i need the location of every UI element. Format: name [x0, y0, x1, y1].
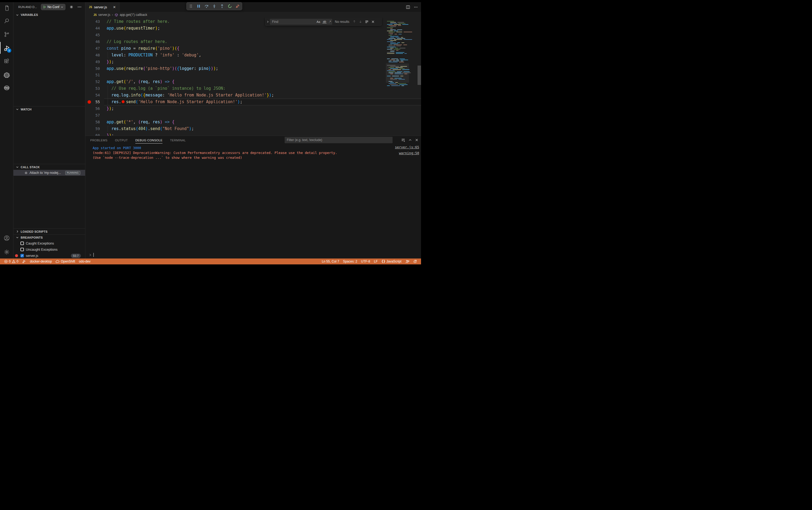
line-number[interactable]: 43 — [85, 18, 100, 25]
start-debug-icon[interactable] — [43, 5, 46, 8]
code-editor[interactable]: 43// Time routes after here.44app.use(re… — [85, 18, 421, 136]
section-loaded-scripts[interactable]: LOADED SCRIPTS — [13, 228, 85, 234]
docker-context-status[interactable]: docker-desktop — [28, 260, 54, 263]
line-number[interactable]: 46 — [85, 38, 100, 45]
close-panel-icon[interactable] — [415, 138, 418, 142]
checkbox-checked[interactable]: ✓ — [21, 254, 24, 257]
source-link[interactable]: server.js:65 — [395, 145, 419, 149]
find-in-selection-icon[interactable] — [365, 20, 369, 24]
eol-status[interactable]: LF — [372, 260, 380, 263]
breadcrumb-symbol[interactable]: app.get('/') callback — [120, 13, 147, 17]
find-expand-chevron-icon[interactable] — [266, 18, 270, 26]
disconnect-icon[interactable] — [235, 3, 240, 9]
match-case-icon[interactable]: Aa — [316, 20, 320, 23]
section-variables[interactable]: VARIABLES — [13, 12, 85, 18]
tab-close-icon[interactable]: ✕ — [112, 4, 117, 10]
line-number[interactable]: 54 — [85, 92, 100, 98]
next-match-icon[interactable] — [359, 20, 362, 23]
indentation-status[interactable]: Spaces: 2 — [341, 260, 359, 263]
line-number[interactable]: 60 — [85, 132, 100, 136]
section-watch[interactable]: WATCH — [13, 106, 85, 112]
section-title: CALL STACK — [21, 166, 40, 169]
language-mode-status[interactable]: {} JavaScript — [380, 260, 403, 263]
toolbar-drag-grip[interactable] — [188, 3, 193, 9]
inline-breakpoint-dot[interactable] — [122, 100, 125, 103]
notifications-status[interactable] — [411, 260, 419, 263]
line-number[interactable]: 58 — [85, 119, 100, 125]
debug-settings-gear-icon[interactable] — [69, 5, 73, 9]
line-number[interactable]: 49 — [85, 59, 100, 65]
step-over-icon[interactable] — [204, 3, 209, 9]
tab-debug-console[interactable]: DEBUG CONSOLE — [136, 137, 162, 143]
line-number[interactable]: 51 — [85, 72, 100, 79]
source-control-icon[interactable] — [0, 28, 13, 40]
line-number[interactable]: 44 — [85, 25, 100, 32]
error-count: 0 — [9, 260, 11, 263]
line-number[interactable]: 45 — [85, 32, 100, 38]
breakpoint-caught-exceptions[interactable]: Caught Exceptions — [13, 240, 85, 247]
minimap[interactable] — [386, 18, 409, 136]
regex-icon[interactable]: .* — [329, 20, 331, 23]
line-number[interactable]: 56 — [85, 105, 100, 112]
find-input[interactable]: Find Aa ab .* — [270, 19, 332, 25]
section-call-stack[interactable]: CALL STACK — [13, 164, 85, 170]
bottom-panel: PROBLEMS OUTPUT DEBUG CONSOLE TERMINAL F… — [85, 136, 421, 258]
line-number[interactable]: 50 — [85, 65, 100, 72]
run-debug-icon[interactable] — [0, 42, 13, 54]
debug-session-status[interactable] — [20, 260, 28, 263]
restart-icon[interactable] — [227, 3, 233, 9]
call-stack-session-row[interactable]: Attach to 'my-nodej... RUNNING — [13, 170, 85, 176]
scrollbar-thumb[interactable] — [418, 65, 421, 85]
line-number[interactable]: 57 — [85, 112, 100, 119]
tab-terminal[interactable]: TERMINAL — [170, 137, 186, 143]
more-actions-icon[interactable] — [414, 5, 418, 9]
checkbox-unchecked[interactable] — [21, 242, 24, 245]
split-editor-icon[interactable] — [406, 5, 410, 9]
breakpoint-server-js[interactable]: ✓ server.js 55:7 — [13, 253, 85, 258]
braces-icon: {} — [382, 260, 385, 263]
line-number[interactable]: 53 — [85, 85, 100, 92]
code-line-57: 57 — [85, 112, 421, 119]
line-number[interactable]: 47 — [85, 45, 100, 52]
checkbox-unchecked[interactable] — [21, 248, 24, 251]
views-more-actions-icon[interactable] — [77, 5, 82, 9]
whole-word-icon[interactable]: ab — [323, 20, 326, 23]
step-out-icon[interactable] — [219, 3, 225, 9]
odo-status[interactable]: odo-dev — [77, 260, 92, 263]
tab-problems[interactable]: PROBLEMS — [90, 137, 108, 143]
tab-server-js[interactable]: JS server.js ✕ — [85, 2, 119, 12]
cursor-position-status[interactable]: Ln 55, Col 7 — [320, 260, 341, 263]
launch-config-dropdown[interactable]: No Conf — [41, 4, 65, 10]
feedback-status[interactable] — [403, 260, 411, 263]
line-number[interactable]: 52 — [85, 79, 100, 85]
tab-output[interactable]: OUTPUT — [115, 137, 128, 143]
step-into-icon[interactable] — [212, 3, 217, 9]
source-link[interactable]: warning:50 — [399, 151, 419, 155]
line-number[interactable]: 59 — [85, 125, 100, 132]
previous-match-icon[interactable] — [353, 20, 356, 23]
line-number[interactable]: 48 — [85, 52, 100, 59]
breakpoint-uncaught-exceptions[interactable]: Uncaught Exceptions — [13, 247, 85, 253]
console-input[interactable] — [89, 253, 94, 257]
breakpoint-label: server.js — [26, 254, 38, 258]
console-filter-input[interactable]: Filter (e.g. text, !exclude) — [284, 137, 393, 143]
clear-console-icon[interactable] — [401, 138, 405, 142]
breakpoint-label: Uncaught Exceptions — [26, 248, 57, 252]
close-find-icon[interactable] — [371, 20, 374, 23]
breadcrumb-file[interactable]: server.js — [98, 13, 110, 17]
explorer-icon[interactable] — [0, 2, 13, 14]
accounts-icon[interactable] — [0, 232, 13, 244]
encoding-status[interactable]: UTF-8 — [359, 260, 372, 263]
extensions-icon[interactable] — [0, 56, 13, 67]
settings-gear-icon[interactable] — [0, 246, 13, 258]
openshift-status[interactable]: OpenShift — [54, 260, 77, 263]
maximize-panel-icon[interactable] — [409, 138, 412, 142]
openshift-serverless-icon[interactable] — [0, 82, 13, 94]
pause-icon[interactable] — [196, 3, 201, 9]
debug-console-output[interactable]: App started on PORT 3000(node:61) [DEP01… — [85, 144, 421, 258]
line-number[interactable]: 55 — [85, 98, 100, 105]
kubernetes-icon[interactable] — [0, 69, 13, 81]
problems-status[interactable]: 0 0 — [2, 260, 20, 263]
search-icon[interactable] — [0, 15, 13, 27]
section-breakpoints[interactable]: BREAKPOINTS — [13, 234, 85, 240]
